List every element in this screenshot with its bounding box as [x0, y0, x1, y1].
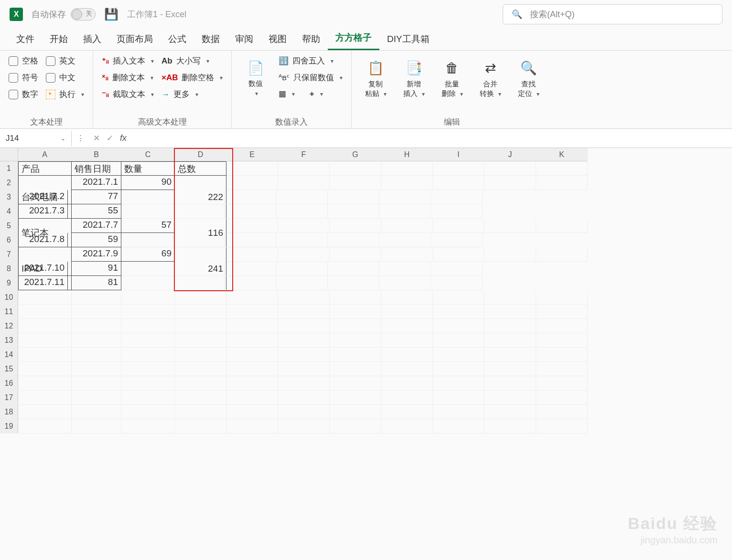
cell-B2[interactable]: 2021.7.1 [72, 176, 121, 190]
cell-A16[interactable] [18, 376, 72, 391]
cell-K16[interactable] [536, 376, 588, 391]
cell-G1[interactable] [330, 161, 381, 176]
cell-E6[interactable] [121, 233, 173, 247]
cell-F1[interactable] [278, 161, 330, 176]
col-header-F[interactable]: F [278, 148, 330, 161]
option-数字[interactable]: 数字 [7, 88, 40, 101]
cell-H17[interactable] [381, 391, 433, 405]
cell-E7[interactable] [226, 247, 278, 262]
spreadsheet[interactable]: 12345678910111213141516171819 ABCDEFGHIJ… [0, 148, 732, 433]
cell-D10[interactable] [175, 290, 226, 305]
cell-G11[interactable] [330, 305, 381, 319]
cell-J12[interactable] [484, 319, 536, 333]
cell-B19[interactable] [72, 419, 121, 433]
cell-C14[interactable] [121, 348, 175, 362]
cell-H13[interactable] [381, 333, 433, 348]
cell-C9[interactable]: 81 [68, 276, 121, 290]
col-header-I[interactable]: I [433, 148, 484, 161]
autosave-toggle[interactable]: 自动保存 关 [32, 8, 96, 21]
cell-J18[interactable] [484, 405, 536, 419]
cell-F13[interactable] [278, 333, 330, 348]
toggle-switch[interactable]: 关 [71, 8, 96, 21]
cell-B8[interactable]: 2021.7.10 [18, 262, 68, 276]
row-header-3[interactable]: 3 [0, 190, 18, 204]
cell-F8[interactable] [173, 262, 225, 276]
cell-D14[interactable] [175, 348, 226, 362]
cell-E5[interactable] [226, 219, 278, 233]
cell-I15[interactable] [433, 362, 484, 376]
cell-J15[interactable] [484, 362, 536, 376]
cell-C2[interactable]: 90 [121, 176, 175, 190]
cell-H14[interactable] [381, 348, 433, 362]
cell-A13[interactable] [18, 333, 72, 348]
cell-A15[interactable] [18, 362, 72, 376]
cell-B14[interactable] [72, 348, 121, 362]
cell-I12[interactable] [433, 319, 484, 333]
tab-页面布局[interactable]: 页面布局 [109, 28, 161, 50]
row-header-4[interactable]: 4 [0, 204, 18, 219]
cell-J8[interactable] [379, 262, 431, 276]
row-header-15[interactable]: 15 [0, 362, 18, 376]
cell-H15[interactable] [381, 362, 433, 376]
name-box[interactable]: J14 ⌄ [0, 131, 72, 146]
cell-C18[interactable] [121, 405, 175, 419]
cell-K7[interactable] [536, 247, 588, 262]
enter-icon[interactable]: ✓ [107, 133, 113, 143]
cell-B10[interactable] [72, 290, 121, 305]
row-header-10[interactable]: 10 [0, 290, 18, 305]
cell-J11[interactable] [484, 305, 536, 319]
cell-E4[interactable] [121, 204, 173, 219]
cell-J7[interactable] [484, 247, 536, 262]
cell-I17[interactable] [433, 391, 484, 405]
cell-H4[interactable] [276, 204, 328, 219]
cell-G15[interactable] [330, 362, 381, 376]
cell-I11[interactable] [433, 305, 484, 319]
cell-A12[interactable] [18, 319, 72, 333]
cell-H5[interactable] [381, 219, 433, 233]
cell-C15[interactable] [121, 362, 175, 376]
option-中文[interactable]: 中文 [44, 71, 86, 84]
cell-H7[interactable] [381, 247, 433, 262]
cell-I10[interactable] [433, 290, 484, 305]
option-空格[interactable]: 空格 [7, 54, 40, 67]
cell-K6[interactable] [431, 233, 483, 247]
cell-I4[interactable] [328, 204, 379, 219]
row-header-7[interactable]: 7 [0, 247, 18, 262]
cell-H11[interactable] [381, 305, 433, 319]
row-header-5[interactable]: 5 [0, 219, 18, 233]
row-header-14[interactable]: 14 [0, 348, 18, 362]
text-action-2[interactable]: ⁻ᵢᵢ 截取文本▾ [100, 88, 156, 101]
cell-B3[interactable]: 2021.7.2 [18, 190, 68, 204]
cell-I1[interactable] [433, 161, 484, 176]
cell-B17[interactable] [72, 391, 121, 405]
cell-G18[interactable] [330, 405, 381, 419]
cell-C5[interactable]: 57 [121, 219, 175, 233]
cell-E13[interactable] [226, 333, 278, 348]
cell-H16[interactable] [381, 376, 433, 391]
cell-C11[interactable] [121, 305, 175, 319]
cell-J2[interactable] [484, 176, 536, 190]
text-action2-1[interactable]: ×AB 删除空格▾ [160, 71, 225, 84]
cell-J6[interactable] [379, 233, 431, 247]
row-header-8[interactable]: 8 [0, 262, 18, 276]
cell-B16[interactable] [72, 376, 121, 391]
cell-I16[interactable] [433, 376, 484, 391]
cell-E16[interactable] [226, 376, 278, 391]
cell-D15[interactable] [175, 362, 226, 376]
cell-K17[interactable] [536, 391, 588, 405]
cell-J4[interactable] [379, 204, 431, 219]
cell-K2[interactable] [536, 176, 588, 190]
cell-E3[interactable] [121, 190, 173, 204]
cell-J19[interactable] [484, 419, 536, 433]
col-header-A[interactable]: A [18, 148, 72, 161]
cell-J5[interactable] [484, 219, 536, 233]
cell-J13[interactable] [484, 333, 536, 348]
cell-F9[interactable] [173, 276, 225, 290]
cell-K8[interactable] [431, 262, 483, 276]
cell-G12[interactable] [330, 319, 381, 333]
cell-E18[interactable] [226, 405, 278, 419]
tab-帮助[interactable]: 帮助 [294, 28, 328, 50]
row-header-6[interactable]: 6 [0, 233, 18, 247]
option-英文[interactable]: 英文 [44, 54, 86, 67]
tab-视图[interactable]: 视图 [261, 28, 294, 50]
